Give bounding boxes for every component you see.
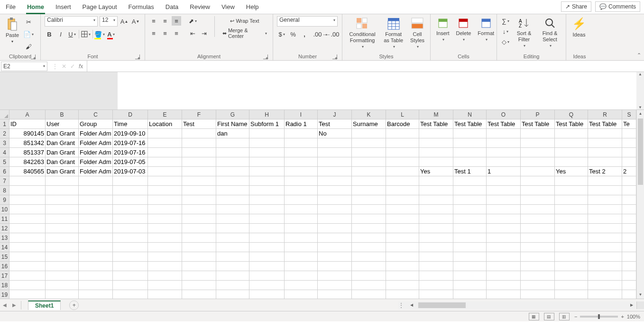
cell-B11[interactable] (46, 214, 79, 224)
cell-J8[interactable] (318, 186, 352, 195)
cell-E13[interactable] (148, 233, 182, 243)
insert-cells-button[interactable]: Insert (434, 16, 451, 43)
cell-K19[interactable] (352, 290, 386, 299)
fill-button[interactable]: ↓ (501, 27, 510, 36)
cell-H9[interactable] (249, 195, 285, 205)
orientation-button[interactable]: ⬈ (188, 16, 197, 26)
cell-C7[interactable] (79, 176, 113, 186)
cell-K10[interactable] (352, 205, 386, 214)
cell-F15[interactable] (182, 252, 216, 262)
cell-L12[interactable] (386, 224, 419, 233)
cell-F13[interactable] (182, 233, 216, 243)
cell-R4[interactable] (588, 148, 622, 157)
cell-E6[interactable] (148, 167, 182, 176)
sheet-tab[interactable]: Sheet1 (28, 301, 61, 310)
col-header-O[interactable]: O (487, 110, 521, 119)
scroll-left-button[interactable]: ◀ (408, 303, 415, 307)
tab-data[interactable]: Data (160, 0, 184, 14)
cell-O3[interactable] (487, 138, 521, 148)
cell-O7[interactable] (487, 176, 521, 186)
cell-R2[interactable] (588, 129, 622, 138)
cell-D19[interactable] (113, 290, 148, 299)
accounting-format-button[interactable]: $ (277, 29, 286, 39)
cell-F14[interactable] (182, 243, 216, 252)
cell-C9[interactable] (79, 195, 113, 205)
cell-H15[interactable] (249, 252, 285, 262)
cell-Q5[interactable] (555, 157, 588, 167)
cell-M9[interactable] (419, 195, 453, 205)
cell-N6[interactable]: Test 1 (453, 167, 487, 176)
cell-Q1[interactable]: Test Table (555, 119, 588, 129)
cell-S6[interactable]: 2 (622, 167, 636, 176)
cell-G16[interactable] (216, 262, 249, 271)
scroll-up-icon[interactable]: ▲ (638, 72, 642, 76)
cell-H17[interactable] (249, 271, 285, 281)
select-all-corner[interactable] (0, 110, 9, 119)
col-header-R[interactable]: R (588, 110, 622, 119)
cell-A2[interactable]: 890145 (9, 129, 46, 138)
cell-D1[interactable]: Time (113, 119, 148, 129)
delete-cells-button[interactable]: Delete (454, 16, 473, 43)
cell-S1[interactable]: Te (622, 119, 636, 129)
cell-H2[interactable] (249, 129, 285, 138)
row-header-19[interactable]: 19 (0, 290, 9, 299)
cell-D5[interactable]: 2019-07-05 14:35 (113, 157, 148, 167)
cell-P10[interactable] (521, 205, 555, 214)
cell-R10[interactable] (588, 205, 622, 214)
cell-N7[interactable] (453, 176, 487, 186)
cell-Q4[interactable] (555, 148, 588, 157)
cell-I4[interactable] (285, 148, 318, 157)
cell-P9[interactable] (521, 195, 555, 205)
cell-Q19[interactable] (555, 290, 588, 299)
cell-G12[interactable] (216, 224, 249, 233)
cell-D15[interactable] (113, 252, 148, 262)
font-size-select[interactable]: 12 (100, 16, 118, 27)
scroll-down-button[interactable]: ▼ (637, 291, 644, 299)
cell-F5[interactable] (182, 157, 216, 167)
cell-S12[interactable] (622, 224, 636, 233)
cell-C4[interactable]: Folder Adm (79, 148, 113, 157)
cell-B13[interactable] (46, 233, 79, 243)
cell-I11[interactable] (285, 214, 318, 224)
cell-C2[interactable]: Folder Adm (79, 129, 113, 138)
cell-Q18[interactable] (555, 281, 588, 290)
cell-N13[interactable] (453, 233, 487, 243)
cell-L14[interactable] (386, 243, 419, 252)
cell-B7[interactable] (46, 176, 79, 186)
cell-R9[interactable] (588, 195, 622, 205)
cell-R3[interactable] (588, 138, 622, 148)
cell-O12[interactable] (487, 224, 521, 233)
cell-F3[interactable] (182, 138, 216, 148)
font-color-button[interactable]: A (106, 29, 116, 39)
align-top-button[interactable]: ≡ (149, 16, 158, 26)
cell-P7[interactable] (521, 176, 555, 186)
cell-I6[interactable] (285, 167, 318, 176)
cell-S15[interactable] (622, 252, 636, 262)
cell-P1[interactable]: Test Table (521, 119, 555, 129)
cell-B2[interactable]: Dan Grant (46, 129, 79, 138)
cell-I15[interactable] (285, 252, 318, 262)
row-header-1[interactable]: 1 (0, 119, 9, 129)
cell-K16[interactable] (352, 262, 386, 271)
cell-M15[interactable] (419, 252, 453, 262)
cell-F4[interactable] (182, 148, 216, 157)
merge-center-button[interactable]: ⬌Merge & Center (221, 28, 269, 38)
cell-H1[interactable]: Subform 1 (249, 119, 285, 129)
cell-F6[interactable] (182, 167, 216, 176)
cell-D16[interactable] (113, 262, 148, 271)
cell-J11[interactable] (318, 214, 352, 224)
align-left-button[interactable]: ≡ (149, 28, 158, 38)
cell-P14[interactable] (521, 243, 555, 252)
sort-filter-button[interactable]: AZSort & Filter (513, 16, 535, 49)
cell-N5[interactable] (453, 157, 487, 167)
cell-C19[interactable] (79, 290, 113, 299)
cell-G11[interactable] (216, 214, 249, 224)
cell-N10[interactable] (453, 205, 487, 214)
comma-button[interactable]: , (300, 29, 309, 39)
cell-G14[interactable] (216, 243, 249, 252)
row-header-2[interactable]: 2 (0, 129, 9, 138)
cell-P4[interactable] (521, 148, 555, 157)
cell-D12[interactable] (113, 224, 148, 233)
cell-J3[interactable] (318, 138, 352, 148)
scroll-right-button[interactable]: ▶ (628, 303, 635, 307)
